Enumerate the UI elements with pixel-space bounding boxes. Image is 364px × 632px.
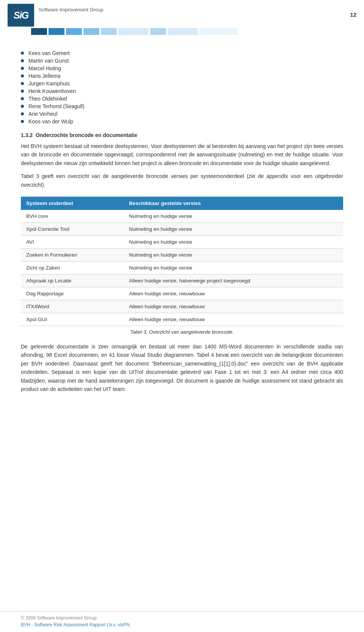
- bullet-icon: [21, 52, 24, 55]
- table-cell: Xpol GUI: [21, 313, 124, 326]
- table-row: ITX4WordAlleen huidige versie, nieuwbouw: [21, 300, 343, 313]
- table-row: Zoeken in FormulierenNulmeting en huidig…: [21, 248, 343, 261]
- color-block-4: [83, 28, 99, 35]
- list-item: Rene Terhorst (Seagull): [21, 103, 343, 109]
- color-block-7: [150, 28, 166, 35]
- list-item: Hans Jellema: [21, 73, 343, 79]
- footer-copyright: © 2008 Software Improvement Group: [21, 615, 343, 621]
- section-number: 1.3.2: [21, 132, 33, 138]
- list-item: Arie Verheul: [21, 111, 343, 117]
- table-cell: Nulmeting en huidige versie: [124, 261, 343, 274]
- versions-table: Systeem onderdeel Beschikbaar gestelde v…: [21, 197, 343, 326]
- list-item: Koos van der Wulp: [21, 118, 343, 125]
- color-blocks-bar: [31, 28, 364, 35]
- footer-report-title: BVH - Software Risk Assessment Rapport t…: [21, 622, 343, 627]
- color-block-8: [168, 28, 198, 35]
- list-item: Jurgen Kamphuis: [21, 80, 343, 87]
- col-header-systeem: Systeem onderdeel: [21, 197, 124, 210]
- list-item: Theo Oldehinkel: [21, 96, 343, 102]
- color-block-9: [199, 28, 237, 35]
- table-row: Xpol Correctie ToolNulmeting en huidige …: [21, 222, 343, 235]
- paragraph-2: Tabel 3 geeft een overzicht van de aange…: [21, 172, 343, 189]
- header: SiG Software Improvement Group 12: [0, 0, 364, 27]
- table-cell: Zoeken in Formulieren: [21, 248, 124, 261]
- bullet-icon: [21, 105, 24, 108]
- color-block-2: [49, 28, 64, 35]
- bullet-icon: [21, 67, 24, 70]
- table-cell: Alleen huidige versie, halverwege projec…: [124, 274, 343, 287]
- people-list: Kees van Gemert Martin van Gunst Marcel …: [21, 50, 343, 125]
- table-wrapper: Systeem onderdeel Beschikbaar gestelde v…: [21, 197, 343, 335]
- table-row: AVINulmeting en huidige versie: [21, 235, 343, 248]
- bullet-icon: [21, 97, 24, 100]
- color-block-3: [66, 28, 82, 35]
- table-header-row: Systeem onderdeel Beschikbaar gestelde v…: [21, 197, 343, 210]
- table-cell: Zicht op Zaken: [21, 261, 124, 274]
- table-row: Zicht op ZakenNulmeting en huidige versi…: [21, 261, 343, 274]
- bullet-icon: [21, 74, 24, 77]
- main-content: Kees van Gemert Martin van Gunst Marcel …: [0, 35, 364, 405]
- list-item: Marcel Huting: [21, 65, 343, 71]
- paragraph-3: De geleverde documentatie is zeer omvang…: [21, 342, 343, 393]
- logo-area: SiG Software Improvement Group: [8, 4, 104, 27]
- table-row: Xpol GUIAlleen huidige versie, nieuwbouw: [21, 313, 343, 326]
- logo-box: SiG: [8, 4, 34, 27]
- table-cell: Nulmeting en huidige versie: [124, 210, 343, 223]
- color-block-1: [31, 28, 47, 35]
- color-block-5: [101, 28, 117, 35]
- paragraph-1: Het BVH systeem bestaat uit meerdere dee…: [21, 142, 343, 167]
- list-item: Henk Kouwenhoven: [21, 88, 343, 94]
- page: SiG Software Improvement Group 12 Kees v…: [0, 0, 364, 632]
- bullet-icon: [21, 82, 24, 85]
- table-cell: BVH core: [21, 210, 124, 223]
- table-cell: Xpol Correctie Tool: [21, 222, 124, 235]
- bullet-icon: [21, 90, 24, 93]
- bullet-icon: [21, 112, 24, 115]
- color-block-6: [118, 28, 149, 35]
- table-cell: ITX4Word: [21, 300, 124, 313]
- col-header-versies: Beschikbaar gestelde versies: [124, 197, 343, 210]
- table-cell: Nulmeting en huidige versie: [124, 248, 343, 261]
- table-row: Afspraak op LocatieAlleen huidige versie…: [21, 274, 343, 287]
- page-number: 12: [350, 11, 356, 18]
- table-cell: AVI: [21, 235, 124, 248]
- table-caption: Tabel 3, Overzicht van aangeleverde bron…: [21, 329, 343, 335]
- list-item: Martin van Gunst: [21, 58, 343, 64]
- logo-text: SiG: [14, 9, 28, 21]
- table-cell: Alleen huidige versie, nieuwbouw: [124, 287, 343, 300]
- list-item: Kees van Gemert: [21, 50, 343, 56]
- table-cell: Alleen huidige versie, nieuwbouw: [124, 300, 343, 313]
- table-cell: Afspraak op Locatie: [21, 274, 124, 287]
- company-name: Software Improvement Group: [39, 4, 104, 13]
- table-cell: Dag Rapportage: [21, 287, 124, 300]
- table-cell: Nulmeting en huidige versie: [124, 222, 343, 235]
- section-heading: 1.3.2 Onderzochte broncode en documentat…: [21, 132, 343, 138]
- table-cell: Nulmeting en huidige versie: [124, 235, 343, 248]
- table-cell: Alleen huidige versie, nieuwbouw: [124, 313, 343, 326]
- footer: © 2008 Software Improvement Group BVH - …: [0, 611, 364, 632]
- header-right: 12: [350, 11, 356, 19]
- section-title: Onderzochte broncode en documentatie: [36, 132, 137, 138]
- table-row: BVH coreNulmeting en huidige versie: [21, 210, 343, 223]
- table-row: Dag RapportageAlleen huidige versie, nie…: [21, 287, 343, 300]
- bullet-icon: [21, 120, 24, 123]
- bullet-icon: [21, 59, 24, 62]
